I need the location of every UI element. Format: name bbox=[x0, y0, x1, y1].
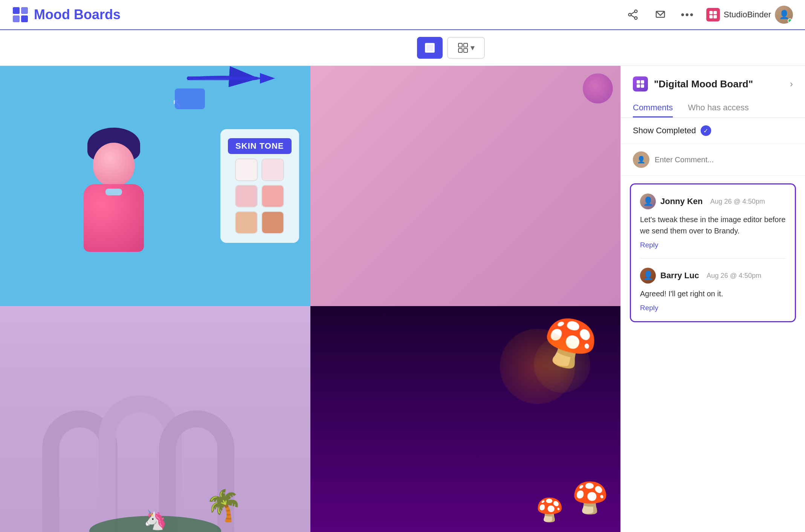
show-completed-label: Show Completed bbox=[633, 126, 696, 136]
svg-rect-13 bbox=[713, 15, 717, 18]
comment-1: 👤 Jonny Ken Aug 26 @ 4:50pm Let's tweak … bbox=[640, 194, 786, 249]
image-mushroom: 🍄 🍄 🍄 bbox=[310, 306, 621, 532]
svg-rect-11 bbox=[713, 11, 717, 14]
svg-rect-25 bbox=[641, 84, 644, 88]
single-view-button[interactable] bbox=[417, 37, 443, 59]
main-layout: SKIN TONE ↖ bbox=[0, 66, 805, 532]
user-avatar[interactable]: 👤 bbox=[775, 6, 793, 24]
toolbar-row: ▾ bbox=[0, 30, 805, 66]
swatch-6[interactable] bbox=[261, 211, 284, 234]
studio-binder-label: StudioBinder bbox=[724, 10, 771, 20]
swatch-2[interactable] bbox=[261, 159, 284, 181]
swatch-1[interactable] bbox=[235, 159, 258, 181]
sidebar-expand-icon[interactable]: › bbox=[790, 79, 793, 89]
more-icon[interactable]: ••• bbox=[679, 6, 696, 23]
svg-line-8 bbox=[631, 15, 635, 18]
swatch-3[interactable] bbox=[235, 185, 258, 207]
studio-logo-icon bbox=[706, 8, 720, 21]
comment-1-header: 👤 Jonny Ken Aug 26 @ 4:50pm bbox=[640, 194, 786, 209]
comment-2-header: 👤 Barry Luc Aug 26 @ 4:50pm bbox=[640, 268, 786, 284]
palm-tree: 🌴 bbox=[205, 488, 243, 523]
comment-divider bbox=[640, 258, 786, 259]
sidebar-tabs: Comments Who has access bbox=[621, 91, 805, 118]
comment-2: 👤 Barry Luc Aug 26 @ 4:50pm Agreed! I'll… bbox=[640, 268, 786, 312]
svg-rect-2 bbox=[13, 15, 20, 22]
header-actions: ••• StudioBinder 👤 bbox=[625, 6, 793, 24]
svg-rect-10 bbox=[709, 11, 713, 14]
arrow-annotation bbox=[181, 63, 286, 93]
jonny-avatar: 👤 bbox=[640, 194, 656, 209]
header: Mood Boards ••• bbox=[0, 0, 805, 30]
svg-line-7 bbox=[631, 12, 635, 14]
svg-rect-18 bbox=[458, 43, 462, 47]
svg-rect-19 bbox=[464, 43, 467, 47]
image-grid: SKIN TONE ↖ bbox=[0, 66, 620, 532]
board-title: "Digital Mood Board" bbox=[654, 78, 784, 90]
comment-input[interactable] bbox=[655, 155, 793, 164]
studio-binder-btn[interactable]: StudioBinder 👤 bbox=[706, 6, 793, 24]
barry-avatar: 👤 bbox=[640, 268, 656, 284]
skin-tone-panel: SKIN TONE bbox=[220, 129, 299, 243]
svg-rect-20 bbox=[458, 49, 462, 52]
app-title: Mood Boards bbox=[34, 7, 121, 23]
image-skin-tone: SKIN TONE ↖ bbox=[0, 66, 310, 306]
tab-comments[interactable]: Comments bbox=[633, 99, 673, 117]
svg-rect-23 bbox=[641, 80, 644, 84]
chevron-down-icon: ▾ bbox=[470, 43, 475, 53]
sidebar-panel: "Digital Mood Board" › Comments Who has … bbox=[620, 66, 805, 532]
logo-area: Mood Boards bbox=[12, 6, 121, 23]
reply-link-2[interactable]: Reply bbox=[640, 304, 658, 312]
svg-rect-12 bbox=[709, 15, 713, 18]
skin-tone-label: SKIN TONE bbox=[228, 138, 291, 154]
mushroom-small: 🍄 bbox=[571, 480, 609, 516]
svg-rect-22 bbox=[637, 80, 640, 84]
gem-shape bbox=[583, 73, 613, 104]
swatch-4[interactable] bbox=[261, 185, 284, 207]
notifications-icon[interactable] bbox=[652, 6, 669, 23]
svg-rect-21 bbox=[464, 49, 467, 52]
comment-text-1: Let's tweak these in the image editor be… bbox=[640, 214, 786, 236]
comments-list: 👤 Jonny Ken Aug 26 @ 4:50pm Let's tweak … bbox=[621, 176, 805, 532]
svg-rect-0 bbox=[13, 7, 20, 14]
tab-who-has-access[interactable]: Who has access bbox=[688, 99, 748, 117]
completed-check-icon[interactable]: ✓ bbox=[701, 125, 711, 136]
board-icon bbox=[633, 76, 648, 91]
svg-marker-15 bbox=[260, 73, 275, 84]
swatch-5[interactable] bbox=[235, 211, 258, 234]
online-indicator bbox=[788, 18, 792, 23]
mushroom-tiny: 🍄 bbox=[536, 497, 564, 523]
show-completed-row: Show Completed ✓ bbox=[621, 118, 805, 144]
reply-link-1[interactable]: Reply bbox=[640, 241, 658, 249]
comment-time-2: Aug 26 @ 4:50pm bbox=[707, 272, 761, 280]
comment-highlight-card: 👤 Jonny Ken Aug 26 @ 4:50pm Let's tweak … bbox=[630, 183, 796, 322]
svg-rect-3 bbox=[21, 15, 28, 22]
share-icon[interactable] bbox=[625, 6, 642, 23]
image-arch: 🦄 🌴 bbox=[0, 306, 310, 532]
commenter-name-1: Jonny Ken bbox=[660, 197, 703, 206]
svg-rect-1 bbox=[21, 7, 28, 14]
sidebar-header: "Digital Mood Board" › bbox=[621, 66, 805, 91]
unicorn-float: 🦄 bbox=[144, 509, 167, 531]
grid-view-button[interactable]: ▾ bbox=[447, 37, 485, 59]
comment-input-row: 👤 bbox=[621, 144, 805, 176]
toolbar-wrapper: ▾ bbox=[0, 30, 805, 66]
skin-swatches bbox=[235, 159, 284, 234]
commenter-name-2: Barry Luc bbox=[660, 271, 699, 280]
logo-icon bbox=[12, 6, 29, 23]
comment-text-2: Agreed! I'll get right on it. bbox=[640, 288, 786, 299]
svg-rect-24 bbox=[637, 84, 640, 88]
image-pink bbox=[310, 66, 621, 306]
current-user-avatar: 👤 bbox=[633, 151, 649, 168]
comment-time-1: Aug 26 @ 4:50pm bbox=[710, 198, 765, 206]
